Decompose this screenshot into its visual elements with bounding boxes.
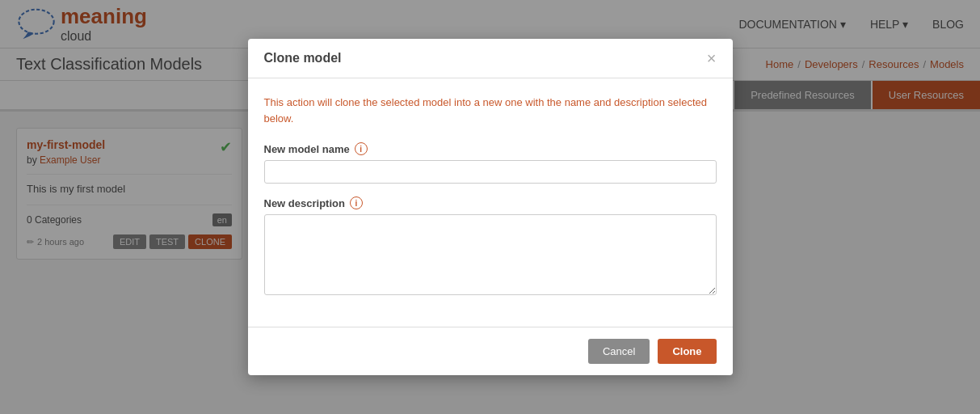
- new-model-name-input[interactable]: [264, 160, 717, 184]
- clone-modal: Clone model × This action will clone the…: [248, 39, 733, 375]
- modal-header: Clone model ×: [248, 39, 733, 78]
- name-label: New model name i: [264, 142, 717, 155]
- modal-overlay: Clone model × This action will clone the…: [0, 0, 980, 414]
- name-info-icon[interactable]: i: [355, 142, 368, 155]
- modal-info-text: This action will clone the selected mode…: [264, 95, 717, 126]
- description-info-icon[interactable]: i: [350, 196, 363, 209]
- modal-footer: Cancel Clone: [248, 327, 733, 375]
- clone-confirm-button[interactable]: Clone: [658, 339, 716, 364]
- name-field-group: New model name i: [264, 142, 717, 184]
- modal-body: This action will clone the selected mode…: [248, 78, 733, 327]
- description-label: New description i: [264, 196, 717, 209]
- description-field-group: New description i: [264, 196, 717, 298]
- cancel-button[interactable]: Cancel: [588, 339, 650, 364]
- modal-close-button[interactable]: ×: [707, 50, 717, 66]
- new-description-input[interactable]: [264, 214, 717, 295]
- modal-title: Clone model: [264, 51, 342, 65]
